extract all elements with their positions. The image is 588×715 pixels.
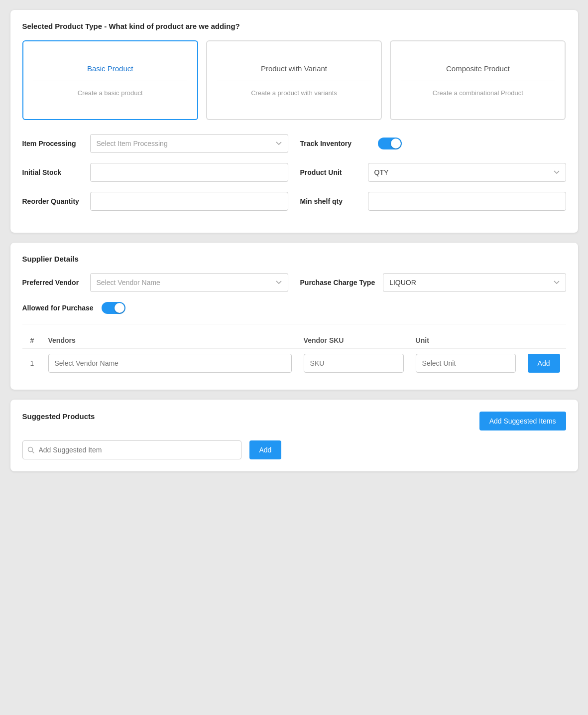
col-header-sku: Vendor SKU — [298, 332, 410, 349]
track-inventory-toggle[interactable] — [378, 138, 402, 149]
suggested-products-section: Suggested Products Add Suggested Items ●… — [10, 400, 578, 471]
variant-product-title: Product with Variant — [261, 64, 327, 73]
reorder-quantity-group: Reorder Quantity 1 — [22, 192, 288, 211]
initial-stock-group: Initial Stock 0 — [22, 163, 288, 182]
min-shelf-qty-group: Min shelf qty 0 — [300, 192, 566, 211]
product-unit-group: Product Unit QTY — [300, 163, 566, 182]
add-vendor-button[interactable]: Add — [528, 354, 560, 373]
row-action: Add — [522, 349, 566, 378]
suggested-row: ● Add — [22, 440, 566, 459]
purchase-charge-type-select[interactable]: LIQUOR — [383, 273, 566, 292]
vendor-sku-input[interactable] — [304, 354, 404, 373]
suggested-products-title: Suggested Products — [22, 412, 95, 421]
reorder-quantity-label: Reorder Quantity — [22, 197, 82, 205]
row-unit — [410, 349, 522, 378]
purchase-charge-type-label: Purchase Charge Type — [300, 279, 375, 286]
allowed-for-purchase-group: Allowed for Purchase — [22, 302, 566, 314]
product-type-title: Selected Product Type - What kind of pro… — [22, 22, 566, 30]
card-divider-2 — [217, 81, 371, 81]
preferred-vendor-label: Preferred Vendor — [22, 279, 82, 286]
item-processing-select[interactable]: Select Item Processing — [90, 134, 288, 153]
search-svg-icon — [27, 446, 34, 453]
item-processing-group: Item Processing Select Item Processing — [22, 134, 288, 153]
basic-product-title: Basic Product — [87, 64, 133, 73]
purchase-charge-type-group: Purchase Charge Type LIQUOR — [300, 273, 566, 292]
basic-product-subtitle: Create a basic product — [78, 89, 143, 97]
add-suggested-button[interactable]: Add — [249, 440, 282, 459]
col-header-vendors: Vendors — [42, 332, 298, 349]
product-unit-select[interactable]: QTY — [368, 163, 566, 182]
form-row-reorder: Reorder Quantity 1 Min shelf qty 0 — [22, 192, 566, 211]
form-row-stock: Initial Stock 0 Product Unit QTY — [22, 163, 566, 182]
form-row-allowed: Allowed for Purchase — [22, 302, 566, 314]
initial-stock-input[interactable]: 0 — [90, 163, 288, 182]
track-inventory-group: Track Inventory — [300, 138, 566, 149]
variant-product-subtitle: Create a product with variants — [251, 89, 337, 97]
composite-product-title: Composite Product — [446, 64, 510, 73]
preferred-vendor-group: Preferred Vendor Select Vendor Name — [22, 273, 288, 292]
supplier-details-title: Supplier Details — [22, 255, 566, 263]
table-row: 1 Add — [22, 349, 566, 378]
track-inventory-label: Track Inventory — [300, 140, 370, 147]
col-header-action — [522, 332, 566, 349]
search-wrapper: ● — [22, 440, 241, 459]
composite-product-subtitle: Create a combinational Product — [433, 89, 523, 97]
vendor-name-input[interactable] — [48, 354, 292, 373]
min-shelf-qty-label: Min shelf qty — [300, 197, 360, 205]
product-type-section: Selected Product Type - What kind of pro… — [10, 10, 578, 233]
vendor-table: # Vendors Vendor SKU Unit 1 — [22, 332, 566, 378]
row-sku — [298, 349, 410, 378]
card-divider-3 — [401, 81, 555, 81]
allowed-for-purchase-toggle[interactable] — [102, 302, 125, 314]
card-divider-1 — [33, 81, 187, 81]
track-inventory-slider — [378, 138, 402, 149]
suggested-header: Suggested Products Add Suggested Items — [22, 412, 566, 430]
product-unit-label: Product Unit — [300, 168, 360, 176]
supplier-details-section: Supplier Details Preferred Vendor Select… — [10, 243, 578, 390]
preferred-vendor-select[interactable]: Select Vendor Name — [90, 273, 288, 292]
item-processing-label: Item Processing — [22, 140, 82, 147]
min-shelf-qty-input[interactable]: 0 — [368, 192, 566, 211]
col-header-num: # — [22, 332, 42, 349]
row-num: 1 — [22, 349, 42, 378]
svg-line-1 — [32, 451, 34, 453]
basic-product-card[interactable]: Basic Product Create a basic product — [22, 40, 198, 120]
variant-product-card[interactable]: Product with Variant Create a product wi… — [206, 40, 382, 120]
product-type-row: Basic Product Create a basic product Pro… — [22, 40, 566, 120]
row-vendor — [42, 349, 298, 378]
form-row-vendor: Preferred Vendor Select Vendor Name Purc… — [22, 273, 566, 292]
initial-stock-label: Initial Stock — [22, 168, 82, 176]
add-suggested-items-button[interactable]: Add Suggested Items — [479, 412, 566, 430]
vendor-unit-input[interactable] — [416, 354, 516, 373]
suggested-item-input[interactable] — [22, 440, 241, 459]
allowed-for-purchase-slider — [102, 302, 125, 314]
reorder-quantity-input[interactable]: 1 — [90, 192, 288, 211]
page-wrapper: Selected Product Type - What kind of pro… — [10, 10, 578, 471]
composite-product-card[interactable]: Composite Product Create a combinational… — [390, 40, 566, 120]
allowed-for-purchase-label: Allowed for Purchase — [22, 304, 94, 312]
col-header-unit: Unit — [410, 332, 522, 349]
form-row-processing: Item Processing Select Item Processing T… — [22, 134, 566, 153]
supplier-divider — [22, 324, 566, 324]
